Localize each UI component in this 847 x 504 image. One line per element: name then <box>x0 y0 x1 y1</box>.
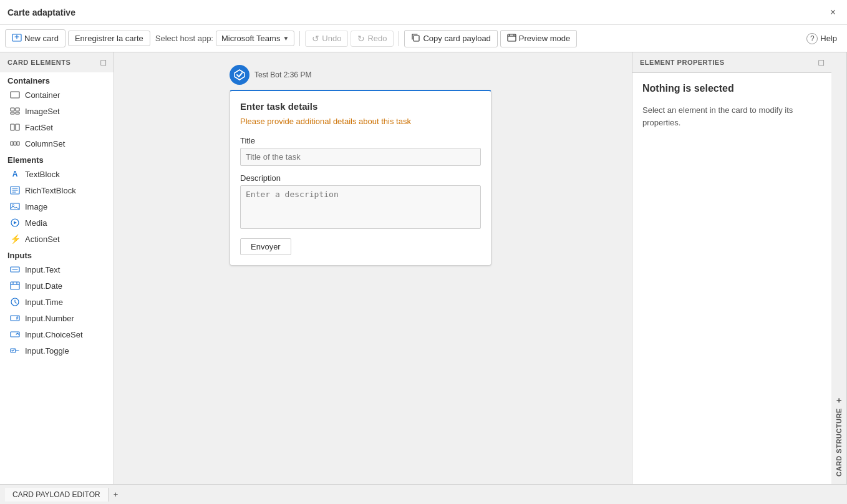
imageset-icon <box>10 106 20 116</box>
svg-rect-11 <box>14 142 16 145</box>
input-date-label: Input.Date <box>25 281 62 291</box>
svg-rect-9 <box>16 124 19 130</box>
input-number-label: Input.Number <box>25 314 74 323</box>
sidebar-item-media[interactable]: Media <box>0 215 114 231</box>
svg-rect-21 <box>11 332 19 337</box>
sidebar-item-input-choiceset[interactable]: Input.ChoiceSet <box>0 326 114 342</box>
svg-rect-4 <box>11 108 14 111</box>
host-app-select[interactable]: Microsoft Teams ▼ <box>216 31 294 46</box>
card-structure-tab[interactable]: CARD STRUCTURE + <box>831 52 847 484</box>
submit-button[interactable]: Envoyer <box>240 238 291 255</box>
bot-avatar <box>230 65 249 85</box>
copy-payload-button[interactable]: Copy card payload <box>404 30 497 47</box>
sidebar-item-input-time[interactable]: Input.Time <box>0 294 114 310</box>
input-date-icon <box>10 281 20 291</box>
svg-rect-7 <box>16 112 19 114</box>
svg-rect-6 <box>11 112 14 114</box>
sidebar-section-title: CARD ELEMENTS <box>7 59 70 66</box>
preview-mode-label: Preview mode <box>519 34 570 43</box>
properties-content: Nothing is selected Select an element in… <box>632 73 831 484</box>
sidebar-item-container[interactable]: Container <box>0 87 114 103</box>
sidebar-collapse-button[interactable]: □ <box>101 57 106 67</box>
image-icon <box>10 201 20 211</box>
adaptive-card[interactable]: Enter task details Please provide additi… <box>230 90 491 266</box>
description-input[interactable] <box>240 185 481 229</box>
properties-panel: ELEMENT PROPERTIES □ Nothing is selected… <box>632 52 831 484</box>
title-field-label: Title <box>240 136 481 145</box>
help-icon: ? <box>806 33 818 44</box>
bottom-bar: CARD PAYLOAD EDITOR + <box>0 484 847 504</box>
sidebar-item-richtextblock[interactable]: RichTextBlock <box>0 182 114 198</box>
toolbar-divider-2 <box>399 31 399 46</box>
sidebar-item-factset[interactable]: FactSet <box>0 119 114 135</box>
preview-icon <box>507 33 516 44</box>
media-icon <box>10 218 20 228</box>
sidebar-item-input-toggle[interactable]: Input.Toggle <box>0 342 114 359</box>
svg-rect-12 <box>17 142 19 145</box>
factset-icon <box>10 122 20 132</box>
sidebar-item-image[interactable]: Image <box>0 198 114 215</box>
new-card-button[interactable]: New card <box>5 29 65 47</box>
host-app-label: Select host app: <box>155 34 213 43</box>
container-label: Container <box>25 90 60 100</box>
toolbar: New card Enregistrer la carte Select hos… <box>0 25 847 52</box>
title-bar: Carte adaptative × <box>0 0 847 25</box>
title-input[interactable] <box>240 148 481 166</box>
richtextblock-label: RichTextBlock <box>25 186 76 195</box>
input-time-label: Input.Time <box>25 298 63 307</box>
group-label-elements: Elements <box>0 152 114 166</box>
richtextblock-icon <box>10 185 20 195</box>
new-card-label: New card <box>24 34 59 43</box>
sidebar-header: CARD ELEMENTS □ <box>0 52 114 72</box>
undo-icon: ↺ <box>312 34 319 44</box>
nothing-selected-text: Select an element in the card to modify … <box>642 104 821 128</box>
input-choiceset-icon <box>10 329 20 339</box>
add-tab-button[interactable]: + <box>109 487 123 502</box>
sidebar-item-textblock[interactable]: A TextBlock <box>0 166 114 182</box>
sidebar-item-columnset[interactable]: ColumnSet <box>0 135 114 152</box>
sidebar-item-input-date[interactable]: Input.Date <box>0 278 114 294</box>
card-structure-label: CARD STRUCTURE <box>835 408 843 477</box>
svg-rect-18 <box>11 282 19 289</box>
copy-icon <box>411 33 420 44</box>
sidebar: CARD ELEMENTS □ Containers Container Ima… <box>0 52 114 484</box>
container-icon <box>10 90 20 100</box>
image-label: Image <box>25 202 47 211</box>
sidebar-item-input-text[interactable]: Input.Text <box>0 261 114 278</box>
properties-collapse-button[interactable]: □ <box>819 57 824 67</box>
input-toggle-icon <box>10 346 20 356</box>
input-toggle-label: Input.Toggle <box>25 346 69 356</box>
undo-button[interactable]: ↺ Undo <box>305 31 348 47</box>
input-number-icon <box>10 313 20 323</box>
input-time-icon <box>10 297 20 307</box>
columnset-label: ColumnSet <box>25 139 65 148</box>
preview-mode-button[interactable]: Preview mode <box>500 30 577 47</box>
payload-editor-tab[interactable]: CARD PAYLOAD EDITOR <box>5 488 109 502</box>
host-app-value: Microsoft Teams <box>221 34 280 43</box>
actionset-icon: ⚡ <box>10 234 20 244</box>
sidebar-item-actionset[interactable]: ⚡ ActionSet <box>0 231 114 247</box>
input-choiceset-label: Input.ChoiceSet <box>25 330 83 339</box>
svg-rect-1 <box>414 36 419 41</box>
save-card-label: Enregistrer la carte <box>75 34 143 43</box>
svg-rect-10 <box>11 142 13 145</box>
svg-rect-5 <box>16 108 19 111</box>
chat-time: Test Bot 2:36 PM <box>254 70 311 79</box>
save-card-button[interactable]: Enregistrer la carte <box>68 31 150 46</box>
add-tab-icon: + <box>114 490 119 499</box>
help-button[interactable]: ? Help <box>801 31 842 47</box>
sidebar-item-imageset[interactable]: ImageSet <box>0 103 114 119</box>
help-label: Help <box>820 34 837 43</box>
textblock-label: TextBlock <box>25 170 60 179</box>
sidebar-item-input-number[interactable]: Input.Number <box>0 310 114 326</box>
svg-rect-2 <box>508 34 516 41</box>
add-icon: + <box>834 398 844 404</box>
chat-bubble-container: Test Bot 2:36 PM Enter task details Plea… <box>230 65 516 266</box>
payload-editor-label: CARD PAYLOAD EDITOR <box>12 490 100 499</box>
svg-rect-8 <box>11 124 14 130</box>
card-heading: Enter task details <box>240 101 481 112</box>
close-button[interactable]: × <box>826 6 840 19</box>
columnset-icon <box>10 138 20 148</box>
group-label-containers: Containers <box>0 72 114 87</box>
redo-button[interactable]: ↻ Redo <box>351 31 394 47</box>
